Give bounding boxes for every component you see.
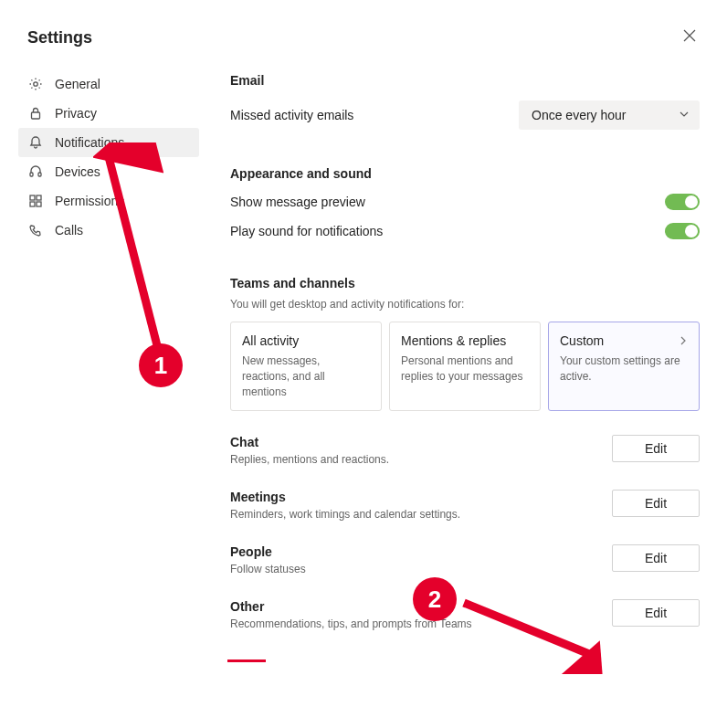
svg-rect-5 — [38, 173, 41, 176]
edit-meetings-button[interactable]: Edit — [612, 490, 700, 517]
card-desc: Your custom settings are active. — [560, 353, 688, 385]
edit-people-button[interactable]: Edit — [612, 544, 700, 572]
gear-icon — [27, 76, 44, 92]
close-button[interactable] — [680, 26, 700, 49]
annotation-badge-1: 1 — [139, 343, 183, 387]
sidebar-item-label: Permissions — [55, 194, 124, 208]
grid-icon — [27, 193, 44, 209]
card-custom[interactable]: Custom Your custom settings are active. — [548, 322, 700, 411]
sidebar-item-label: Devices — [55, 164, 100, 179]
sound-toggle[interactable] — [665, 223, 700, 239]
missed-activity-label: Missed activity emails — [230, 108, 353, 122]
sidebar-item-permissions[interactable]: Permissions — [18, 186, 199, 216]
card-desc: New messages, reactions, and all mention… — [242, 353, 370, 399]
preview-toggle[interactable] — [665, 194, 700, 210]
headset-icon — [27, 164, 44, 180]
edit-other-button[interactable]: Edit — [612, 599, 700, 627]
phone-icon — [27, 222, 44, 238]
svg-rect-4 — [30, 173, 33, 176]
svg-rect-3 — [32, 112, 40, 119]
chevron-right-icon — [679, 333, 688, 348]
card-desc: Personal mentions and replies to your me… — [401, 353, 529, 385]
sidebar-item-devices[interactable]: Devices — [18, 157, 199, 186]
preview-label: Show message preview — [230, 195, 365, 209]
group-people-desc: Follow statuses — [230, 563, 306, 575]
sidebar-item-label: General — [55, 77, 100, 91]
card-all-activity[interactable]: All activity New messages, reactions, an… — [230, 322, 382, 411]
card-title: All activity — [242, 333, 370, 348]
section-email-heading: Email — [230, 73, 700, 88]
missed-activity-dropdown[interactable]: Once every hour — [519, 100, 700, 130]
lock-icon — [27, 105, 44, 121]
content-panel: Email Missed activity emails Once every … — [199, 62, 727, 630]
sound-label: Play sound for notifications — [230, 224, 383, 238]
sidebar-item-label: Privacy — [55, 106, 97, 121]
page-title: Settings — [27, 28, 92, 47]
sidebar-item-general[interactable]: General — [18, 69, 199, 99]
svg-rect-9 — [37, 202, 41, 206]
group-people-title: People — [230, 544, 306, 559]
section-appearance-heading: Appearance and sound — [230, 166, 700, 181]
svg-point-2 — [34, 82, 37, 86]
sidebar-item-label: Calls — [55, 223, 83, 237]
sidebar-item-calls[interactable]: Calls — [18, 216, 199, 245]
card-title: Custom — [560, 333, 688, 348]
sidebar-item-notifications[interactable]: Notifications — [18, 128, 199, 157]
section-teams-heading: Teams and channels — [230, 276, 700, 290]
close-icon — [683, 29, 696, 45]
svg-rect-8 — [30, 202, 35, 206]
group-meetings-title: Meetings — [230, 490, 460, 504]
dropdown-value: Once every hour — [532, 108, 627, 122]
card-title: Mentions & replies — [401, 333, 529, 348]
card-mentions-replies[interactable]: Mentions & replies Personal mentions and… — [389, 322, 541, 411]
group-meetings-desc: Reminders, work timings and calendar set… — [230, 508, 460, 521]
annotation-badge-2: 2 — [413, 577, 457, 621]
chevron-down-icon — [678, 108, 690, 123]
svg-rect-7 — [37, 195, 41, 200]
bell-icon — [27, 134, 44, 151]
sidebar-item-privacy[interactable]: Privacy — [18, 99, 199, 128]
svg-rect-6 — [30, 195, 35, 200]
annotation-underline-other — [227, 659, 266, 662]
edit-chat-button[interactable]: Edit — [612, 435, 700, 462]
group-chat-desc: Replies, mentions and reactions. — [230, 453, 389, 466]
group-chat-title: Chat — [230, 435, 389, 449]
teams-note: You will get desktop and activity notifi… — [230, 298, 700, 311]
sidebar-item-label: Notifications — [55, 135, 124, 150]
